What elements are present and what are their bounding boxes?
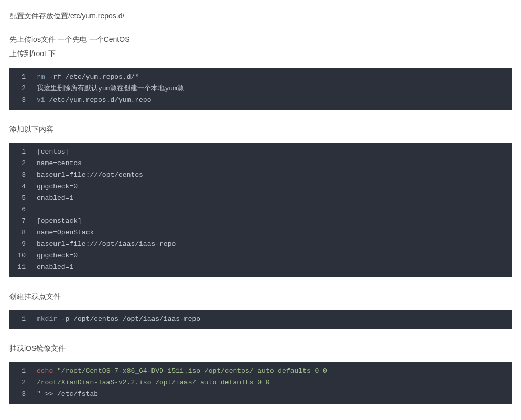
code-token-key: enabled <box>37 194 66 202</box>
line-no: 1 <box>15 365 29 377</box>
line-no: 6 <box>15 204 29 216</box>
paragraph-upload-iso: 先上传ios文件 一个先电 一个CentOS <box>9 33 512 46</box>
code-token-val: 0 <box>73 182 78 190</box>
code-token-space <box>53 367 57 375</box>
code-token-key: baseurl <box>37 171 66 179</box>
code-token-path: ///opt/centos <box>90 171 143 179</box>
code-line: baseurl=file:///opt/centos <box>37 169 506 181</box>
code-line <box>37 204 506 216</box>
line-no: 8 <box>15 227 29 239</box>
code-token-section: centos <box>41 148 66 156</box>
line-no: 3 <box>15 389 29 400</box>
code-lines: mkdir -p /opt/centos /opt/iaas/iaas-repo <box>34 314 512 325</box>
code-line: gpgcheck=0 <box>37 250 506 262</box>
line-no: 2 <box>15 158 29 169</box>
code-token-bracket: [ <box>37 148 41 156</box>
code-token-space <box>53 390 57 398</box>
code-line: echo "/root/CentOS-7-x86_64-DVD-1511.iso… <box>37 365 506 377</box>
line-numbers: 1 2 3 4 5 6 7 8 9 10 11 <box>9 146 34 273</box>
code-token-key: gpgcheck <box>37 252 69 260</box>
code-line: enabled=1 <box>37 192 506 204</box>
code-token-proto: file: <box>69 240 90 248</box>
code-line: rm -rf /etc/yum.repos.d/* <box>37 71 506 83</box>
code-token-proto: file: <box>69 171 90 179</box>
code-block-yum-repo: 1 2 3 4 5 6 7 8 9 10 11 [centos]name=cen… <box>9 143 512 277</box>
code-token-cmd: vi <box>37 96 45 104</box>
code-line: vi /etc/yum.repos.d/yum.repo <box>37 94 506 106</box>
code-token-bracket: [ <box>37 217 41 225</box>
line-no: 1 <box>15 146 29 158</box>
code-line: [openstack] <box>37 216 506 227</box>
code-token-val: centos <box>57 159 82 167</box>
code-token-key: enabled <box>37 263 66 271</box>
line-no: 1 <box>15 314 29 325</box>
line-no: 1 <box>15 71 29 83</box>
code-token-eq: = <box>53 229 57 236</box>
line-numbers: 1 2 3 <box>9 71 34 106</box>
code-line: gpgcheck=0 <box>37 181 506 192</box>
code-token-val: 0 <box>73 252 78 260</box>
code-lines: rm -rf /etc/yum.repos.d/*我这里删除所有默认yum源在创… <box>34 71 512 106</box>
line-no: 11 <box>15 262 29 273</box>
code-line: enabled=1 <box>37 262 506 273</box>
code-token-comment: 我这里删除所有默认yum源在创建一个本地yum源 <box>37 84 184 92</box>
line-no: 3 <box>15 169 29 181</box>
code-block-fstab: 1 2 3 echo "/root/CentOS-7-x86_64-DVD-15… <box>9 362 512 404</box>
line-no: 9 <box>15 239 29 250</box>
code-token-space <box>41 390 45 398</box>
code-token-val: OpenStack <box>57 229 94 236</box>
line-no: 10 <box>15 250 29 262</box>
line-no: 3 <box>15 94 29 106</box>
code-line: 我这里删除所有默认yum源在创建一个本地yum源 <box>37 83 506 94</box>
spacer <box>9 24 512 33</box>
code-token-string: /root/XianDian-IaaS-v2.2.iso /opt/iaas/ … <box>37 379 270 386</box>
line-no: 2 <box>15 83 29 94</box>
code-token-bracket: ] <box>78 217 82 225</box>
code-token-eq: = <box>53 159 57 167</box>
code-token-string: "/root/CentOS-7-x86_64-DVD-1511.iso /opt… <box>57 367 327 375</box>
code-line: name=OpenStack <box>37 227 506 239</box>
line-no: 5 <box>15 192 29 204</box>
code-token-key: baseurl <box>37 240 66 248</box>
line-numbers: 1 2 3 <box>9 365 34 400</box>
code-token-string: " <box>37 390 41 398</box>
paragraph-create-mount: 创建挂载点文件 <box>9 290 512 303</box>
paragraph-mount-iso: 挂载iOS镜像文件 <box>9 342 512 355</box>
code-block-mkdir: 1 mkdir -p /opt/centos /opt/iaas/iaas-re… <box>9 310 512 329</box>
paragraph-upload-root: 上传到/root 下 <box>9 47 512 60</box>
code-token-cmd: mkdir <box>37 315 57 323</box>
code-line: " >> /etc/fstab <box>37 389 506 400</box>
code-token-val: 1 <box>69 194 73 202</box>
code-token-args: -rf /etc/yum.repos.d/* <box>45 73 139 81</box>
paragraph-add-content: 添加以下内容 <box>9 123 512 136</box>
code-token-path: /etc/fstab <box>57 390 98 398</box>
code-token-section: openstack <box>41 217 78 225</box>
code-token-val: 1 <box>69 263 73 271</box>
code-token-path: ///opt/iaas/iaas-repo <box>90 240 176 248</box>
code-line: mkdir -p /opt/centos /opt/iaas/iaas-repo <box>37 314 506 325</box>
code-line: name=centos <box>37 158 506 169</box>
line-no: 4 <box>15 181 29 192</box>
code-token-cmd: rm <box>37 73 45 81</box>
code-line: baseurl=file:///opt/iaas/iaas-repo <box>37 239 506 250</box>
code-token-args: /etc/yum.repos.d/yum.repo <box>45 96 151 104</box>
code-block-rm-vi: 1 2 3 rm -rf /etc/yum.repos.d/*我这里删除所有默认… <box>9 68 512 110</box>
code-token-redirect: >> <box>45 390 53 398</box>
paragraph-config-path: 配置文件存放位置/etc/yum.repos.d/ <box>9 9 512 23</box>
code-token-args: -p /opt/centos /opt/iaas/iaas-repo <box>57 315 200 323</box>
code-lines: [centos]name=centosbaseurl=file:///opt/c… <box>34 146 512 273</box>
line-no: 7 <box>15 216 29 227</box>
code-token-key: name <box>37 229 53 236</box>
code-line: /root/XianDian-IaaS-v2.2.iso /opt/iaas/ … <box>37 377 506 389</box>
code-token-cmd: echo <box>37 367 53 375</box>
line-numbers: 1 <box>9 314 34 325</box>
code-line: [centos] <box>37 146 506 158</box>
line-no: 2 <box>15 377 29 389</box>
code-token-bracket: ] <box>66 148 70 156</box>
code-token-key: gpgcheck <box>37 182 69 190</box>
code-lines: echo "/root/CentOS-7-x86_64-DVD-1511.iso… <box>34 365 512 400</box>
code-token-key: name <box>37 159 53 167</box>
